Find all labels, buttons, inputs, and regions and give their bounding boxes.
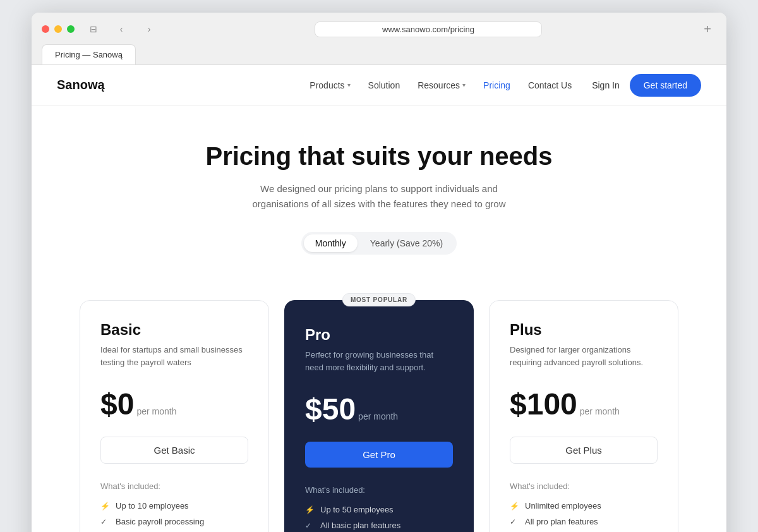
list-item: ⚡ Unlimited employees <box>510 501 658 511</box>
address-bar[interactable]: www.sanowo.com/pricing <box>315 21 542 37</box>
nav-solution[interactable]: Solution <box>368 80 400 90</box>
pro-price-amount: $50 <box>305 392 356 426</box>
basic-plan-desc: Ideal for startups and small businesses … <box>100 344 248 369</box>
basic-features-label: What's included: <box>100 481 248 491</box>
plus-plan-desc: Designed for larger organizations requir… <box>510 344 658 369</box>
plus-features-label: What's included: <box>510 481 658 491</box>
back-icon[interactable]: ‹ <box>112 20 130 38</box>
list-item: ✓ All basic plan features <box>305 521 453 530</box>
basic-price-row: $0 per month <box>100 387 248 421</box>
hero-title: Pricing that suits your needs <box>57 141 701 171</box>
list-item: ✓ Basic payroll processing <box>100 517 248 526</box>
browser-chrome: ⊟ ‹ › www.sanowo.com/pricing + Pricing —… <box>32 13 726 65</box>
basic-price-period: per month <box>136 406 176 416</box>
plus-price-row: $100 per month <box>510 387 658 421</box>
bolt-icon: ⚡ <box>100 502 111 511</box>
monthly-toggle[interactable]: Monthly <box>304 234 358 252</box>
navbar: Sanową Products ▾ Solution Resources ▾ P… <box>32 65 726 106</box>
chevron-down-icon: ▾ <box>462 82 466 88</box>
minimize-dot[interactable] <box>54 25 62 33</box>
pro-features-label: What's included: <box>305 485 453 495</box>
plus-plan-card: Plus Designed for larger organizations r… <box>489 300 678 532</box>
nav-pricing[interactable]: Pricing <box>483 80 510 90</box>
nav-products[interactable]: Products ▾ <box>310 80 350 90</box>
browser-tab[interactable]: Pricing — Sanową <box>42 44 136 64</box>
nav-actions: Sign In Get started <box>592 74 701 97</box>
pro-plan-card: MOST POPULAR Pro Perfect for growing bus… <box>284 300 474 532</box>
basic-plan-card: Basic Ideal for startups and small busin… <box>80 300 269 532</box>
get-started-button[interactable]: Get started <box>630 74 701 97</box>
basic-price-amount: $0 <box>100 387 134 421</box>
sign-in-button[interactable]: Sign In <box>592 80 620 90</box>
basic-plan-name: Basic <box>100 321 248 339</box>
plus-price-amount: $100 <box>510 387 577 421</box>
browser-window: ⊟ ‹ › www.sanowo.com/pricing + Pricing —… <box>32 13 726 532</box>
plus-price-period: per month <box>580 406 620 416</box>
plus-cta-button[interactable]: Get Plus <box>510 437 658 464</box>
check-icon: ✓ <box>510 517 520 526</box>
list-item: ⚡ Up to 50 employees <box>305 505 453 514</box>
bolt-icon: ⚡ <box>305 505 315 514</box>
forward-icon[interactable]: › <box>140 20 158 38</box>
pro-cta-button[interactable]: Get Pro <box>305 442 453 468</box>
check-icon: ✓ <box>305 521 315 530</box>
check-icon: ✓ <box>100 517 111 526</box>
list-item: ⚡ Up to 10 employees <box>100 501 248 511</box>
basic-feature-list: ⚡ Up to 10 employees ✓ Basic payroll pro… <box>100 501 248 532</box>
pro-price-row: $50 per month <box>305 392 453 426</box>
pro-feature-list: ⚡ Up to 50 employees ✓ All basic plan fe… <box>305 505 453 532</box>
nav-links: Products ▾ Solution Resources ▾ Pricing … <box>310 80 572 90</box>
close-dot[interactable] <box>42 25 49 33</box>
bolt-icon: ⚡ <box>510 502 520 511</box>
basic-cta-button[interactable]: Get Basic <box>100 437 248 464</box>
logo: Sanową <box>57 78 105 92</box>
list-item: ✓ All pro plan features <box>510 517 658 526</box>
hero-subtitle: We designed our pricing plans to support… <box>240 181 518 212</box>
nav-resources[interactable]: Resources ▾ <box>418 80 466 90</box>
plus-plan-name: Plus <box>510 321 658 339</box>
pricing-section: Basic Ideal for startups and small busin… <box>32 280 726 532</box>
page-content: Sanową Products ▾ Solution Resources ▾ P… <box>32 65 726 532</box>
nav-contact[interactable]: Contact Us <box>528 80 572 90</box>
pro-plan-name: Pro <box>305 326 453 344</box>
maximize-dot[interactable] <box>67 25 75 33</box>
address-bar-wrapper: www.sanowo.com/pricing <box>171 21 686 37</box>
hero-section: Pricing that suits your needs We designe… <box>32 106 726 280</box>
yearly-toggle[interactable]: Yearly (Save 20%) <box>359 234 454 252</box>
sidebar-toggle-icon[interactable]: ⊟ <box>85 20 102 38</box>
new-tab-button[interactable]: + <box>699 20 716 38</box>
most-popular-badge: MOST POPULAR <box>342 293 416 306</box>
tabs-row: Pricing — Sanową <box>42 44 716 64</box>
browser-controls: ⊟ ‹ › www.sanowo.com/pricing + <box>42 20 716 38</box>
billing-toggle: Monthly Yearly (Save 20%) <box>301 232 457 255</box>
pro-price-period: per month <box>358 411 398 421</box>
pro-plan-desc: Perfect for growing businesses that need… <box>305 349 453 374</box>
chevron-down-icon: ▾ <box>347 82 351 88</box>
plus-feature-list: ⚡ Unlimited employees ✓ All pro plan fea… <box>510 501 658 532</box>
